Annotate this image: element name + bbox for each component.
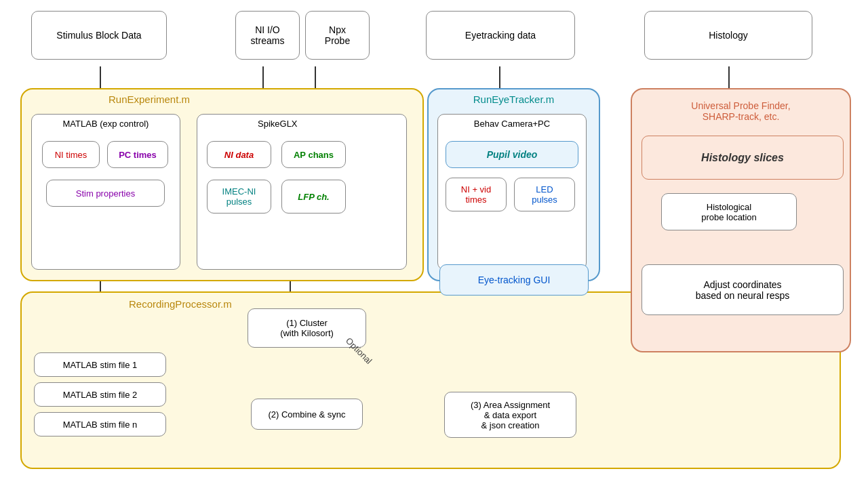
stim-file1-label: MATLAB stim file 1	[63, 360, 138, 370]
ni-vid-times-box: NI + vid times	[446, 178, 507, 211]
spikeglx-label: SpikeGLX	[258, 119, 298, 129]
stim-file2-box: MATLAB stim file 2	[34, 382, 166, 407]
histo-probe-loc-label: Histological probe location	[701, 202, 757, 222]
eye-tracking-gui-label: Eye-tracking GUI	[478, 274, 551, 285]
recording-processor-title: RecordingProcessor.m	[129, 298, 232, 310]
adjust-coords-box: Adjust coordinates based on neural resps	[642, 264, 844, 315]
run-experiment-title: RunExperiment.m	[108, 94, 190, 105]
npx-probe-label: Npx Probe	[325, 24, 350, 46]
stim-filen-label: MATLAB stim file n	[63, 420, 138, 430]
lfp-ch-label: LFP ch.	[298, 192, 329, 202]
stim-file2-label: MATLAB stim file 2	[63, 390, 138, 400]
behav-camera-label: Behav Camera+PC	[448, 119, 576, 129]
pc-times-label: PC times	[119, 150, 157, 160]
ni-data-box: NI data	[207, 141, 271, 168]
combine-sync-label: (2) Combine & sync	[268, 409, 345, 420]
imec-ni-label: IMEC-NI pulses	[222, 186, 256, 207]
cluster-label: (1) Cluster (with Kilosort)	[280, 318, 334, 338]
adjust-coords-label: Adjust coordinates based on neural resps	[696, 279, 790, 301]
led-pulses-box: LED pulses	[514, 178, 575, 211]
npx-probe-box: Npx Probe	[305, 11, 370, 60]
histology-box: Histology	[644, 11, 812, 60]
stim-props-label: Stim properties	[76, 188, 135, 199]
matlab-exp-label: MATLAB (exp control)	[39, 119, 172, 129]
run-eye-tracker-title: RunEyeTracker.m	[454, 94, 573, 105]
pc-times-box: PC times	[107, 141, 168, 168]
ap-chans-label: AP chans	[294, 150, 334, 160]
eyetracking-label: Eyetracking data	[465, 30, 536, 41]
area-assignment-label: (3) Area Assignment & data export & json…	[471, 400, 550, 430]
histology-slices-box: Histology slices	[642, 136, 844, 180]
ni-times-label: NI times	[55, 150, 87, 160]
stimulus-block-label: Stimulus Block Data	[56, 30, 141, 41]
ni-times-box: NI times	[42, 141, 100, 168]
imec-ni-box: IMEC-NI pulses	[207, 180, 271, 214]
ni-io-box: NI I/O streams	[235, 11, 300, 60]
histology-label: Histology	[709, 30, 748, 41]
eye-tracking-gui-box: Eye-tracking GUI	[439, 264, 589, 296]
pupil-video-box: Pupil video	[446, 141, 578, 168]
stimulus-block-box: Stimulus Block Data	[31, 11, 167, 60]
stim-props-box: Stim properties	[46, 180, 165, 207]
ni-io-label: NI I/O streams	[251, 24, 285, 46]
combine-sync-box: (2) Combine & sync	[251, 399, 363, 430]
ni-vid-times-label: NI + vid times	[461, 184, 491, 205]
histology-slices-label: Histology slices	[701, 152, 784, 164]
diagram: Stimulus Block Data NI I/O streams Npx P…	[0, 0, 868, 488]
ap-chans-box: AP chans	[281, 141, 346, 168]
led-pulses-label: LED pulses	[532, 184, 557, 205]
pupil-video-label: Pupil video	[487, 149, 538, 160]
ni-data-label: NI data	[224, 150, 254, 160]
lfp-ch-box: LFP ch.	[281, 180, 346, 214]
universal-probe-title: Universal Probe Finder, SHARP-track, etc…	[641, 100, 841, 122]
stim-file1-box: MATLAB stim file 1	[34, 352, 166, 377]
stim-filen-box: MATLAB stim file n	[34, 412, 166, 436]
histo-probe-loc-box: Histological probe location	[661, 193, 797, 230]
eyetracking-box: Eyetracking data	[426, 11, 575, 60]
area-assignment-box: (3) Area Assignment & data export & json…	[444, 392, 576, 438]
